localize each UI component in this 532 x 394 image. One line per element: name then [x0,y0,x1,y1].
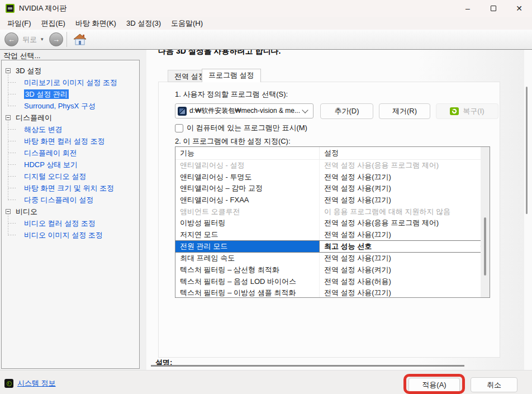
program-select-dropdown[interactable]: d:₩软件安装包₩mech-vision & me... [175,103,314,118]
table-row[interactable]: 최대 프레임 속도전역 설정 사용(끄기) [175,253,490,264]
tree-item-desktop-color[interactable]: 바탕 화면 컬러 설정 조정 [2,135,139,147]
tab-program-settings[interactable]: 프로그램 설정 [202,69,261,82]
menu-edit[interactable]: 편집(E) [36,17,70,30]
page-title: 다음 3D 설정을 사용하려고 합니다. [158,50,281,56]
back-label: 뒤로 [22,30,37,49]
table-row[interactable]: 앰비언트 오클루전이 응용 프로그램에 대해 지원하지 않음 [175,206,490,217]
table-row[interactable]: 텍스처 필터링 – 음성 LOD 바이어스전역 설정 사용(허용) [175,276,490,287]
window-title: NVIDIA 제어판 [19,3,66,13]
back-dropdown-caret[interactable]: ▾ [41,30,44,49]
restore-label: 복구(I) [463,106,484,116]
table-scrollbar-thumb[interactable] [484,217,486,276]
nvidia-control-panel-window: NVIDIA 제어판 – ✕ 파일(F) 편집(E) 바탕 화면(K) 3D 설… [0,0,532,394]
close-button[interactable]: ✕ [506,0,532,17]
maximize-button[interactable] [481,0,506,17]
settings-spec-label: 2. 이 프로그램에 대한 설정 지정(C): [175,136,291,146]
footer-bar: 시스템 정보 적용(A) 취소 [0,370,532,394]
apply-button[interactable]: 적용(A) [408,378,460,392]
chevron-down-icon [302,107,308,113]
table-row[interactable]: 텍스처 필터링 – 이방성 샘플 최적화전역 설정 사용(끄기) [175,287,490,298]
table-row[interactable]: 앤티앨리어싱 - FXAA전역 설정 사용(끄기) [175,194,490,206]
tree-item-hdcp-status[interactable]: HDCP 상태 보기 [2,159,139,170]
tree-item-rotate-display[interactable]: 디스플레이 회전 [2,147,139,159]
system-info-icon [4,379,13,388]
show-only-installed-label: 이 컴퓨터에 있는 프로그램만 표시(M) [187,123,307,133]
nvidia-eye-icon [450,107,459,116]
task-tree: 3D 설정 미리보기로 이미지 설정 조정 3D 설정 관리 Surround,… [1,60,140,369]
sidebar: 작업 선택... 3D 설정 미리보기로 이미지 설정 조정 3D 설정 관리 … [0,50,146,370]
toolbar-separator [66,32,67,47]
column-header-feature: 기능 [175,148,319,158]
table-row[interactable]: 저지연 모드전역 설정 사용(끄기) [175,229,490,241]
tree-item-adjust-image-preview[interactable]: 미리보기로 이미지 설정 조정 [2,77,139,88]
home-icon[interactable] [73,33,87,46]
tree-item-surround-physx[interactable]: Surround, PhysX 구성 [2,100,139,112]
tree-item-desktop-size-position[interactable]: 바탕 화면 크기 및 위치 조정 [2,182,139,194]
table-row[interactable]: 앤티앨리어싱 – 감마 교정전역 설정 사용(켜기) [175,183,490,194]
title-bar: NVIDIA 제어판 – ✕ [0,0,532,17]
main-panel: 다음 3D 설정을 사용하려고 합니다. 전역 설정 프로그램 설정 1. 사용… [146,50,524,370]
splitter-handle[interactable] [151,365,464,367]
settings-table: 기능 설정 앤티앨리어싱 - 설정전역 설정 사용(응용 프로그램 제어) 앤티… [175,146,490,298]
menu-3d-settings[interactable]: 3D 설정(3) [121,17,166,30]
back-button[interactable]: ← [4,32,18,46]
show-only-installed-checkbox[interactable] [175,124,183,132]
window-scrollbar-thumb[interactable] [526,87,528,214]
menu-bar: 파일(F) 편집(E) 바탕 화면(K) 3D 설정(3) 도움말(H) [0,17,532,30]
tree-node-display[interactable]: 디스플레이 [2,112,139,124]
program-icon [178,107,187,116]
program-select-label: 1. 사용자 정의할 프로그램 선택(S): [175,89,288,99]
navigation-toolbar: ← 뒤로 ▾ → [0,30,532,50]
collapse-icon[interactable] [6,209,11,214]
menu-desktop[interactable]: 바탕 화면(K) [70,17,121,30]
table-row[interactable]: 앤티앨리어싱 - 투명도전역 설정 사용(끄기) [175,172,490,183]
table-row[interactable]: 앤티앨리어싱 - 설정전역 설정 사용(응용 프로그램 제어) [175,160,490,172]
table-header: 기능 설정 [175,147,490,160]
content-area: 작업 선택... 3D 설정 미리보기로 이미지 설정 조정 3D 설정 관리 … [0,50,532,370]
remove-button[interactable]: 제거(R) [379,103,430,119]
collapse-icon[interactable] [6,68,11,73]
tree-item-video-image[interactable]: 비디오 이미지 설정 조정 [2,229,139,241]
tree-item-digital-audio[interactable]: 디지털 오디오 설정 [2,170,139,182]
tree-item-manage-3d-settings[interactable]: 3D 설정 관리 [2,88,139,100]
restore-button[interactable]: 복구(I) [436,103,498,119]
tree-node-3d-settings[interactable]: 3D 설정 [2,65,139,77]
system-info-link[interactable]: 시스템 정보 [4,378,56,388]
tree-item-video-color[interactable]: 비디오 컬러 설정 조정 [2,217,139,229]
tree-item-change-resolution[interactable]: 해상도 변경 [2,124,139,135]
menu-file[interactable]: 파일(F) [2,17,36,30]
cancel-button[interactable]: 취소 [471,377,517,392]
table-scrollbar[interactable] [481,147,490,297]
add-button[interactable]: 추가(D) [320,103,373,119]
table-row[interactable]: 텍스처 필터링 – 삼선형 최적화전역 설정 사용(켜기) [175,264,490,276]
tree-node-video[interactable]: 비디오 [2,206,139,217]
setting-value-dropdown[interactable]: 최고 성능 선호 [319,241,490,252]
show-only-installed-row: 이 컴퓨터에 있는 프로그램만 표시(M) [175,123,307,133]
nvidia-app-icon [6,4,15,13]
maximize-icon [491,6,496,11]
table-row-power-management[interactable]: 전원 관리 모드 최고 성능 선호 [175,240,490,253]
forward-button[interactable]: → [49,32,63,46]
collapse-icon[interactable] [6,115,11,120]
minimize-button[interactable]: – [455,0,481,17]
table-row[interactable]: 이방성 필터링전역 설정 사용(응용 프로그램 제어) [175,217,490,229]
menu-help[interactable]: 도움말(H) [166,17,208,30]
tree-item-multi-display[interactable]: 다중 디스플레이 설정 [2,194,139,206]
column-header-setting: 설정 [319,147,490,159]
program-select-value: d:₩软件安装包₩mech-vision & me... [189,106,301,116]
